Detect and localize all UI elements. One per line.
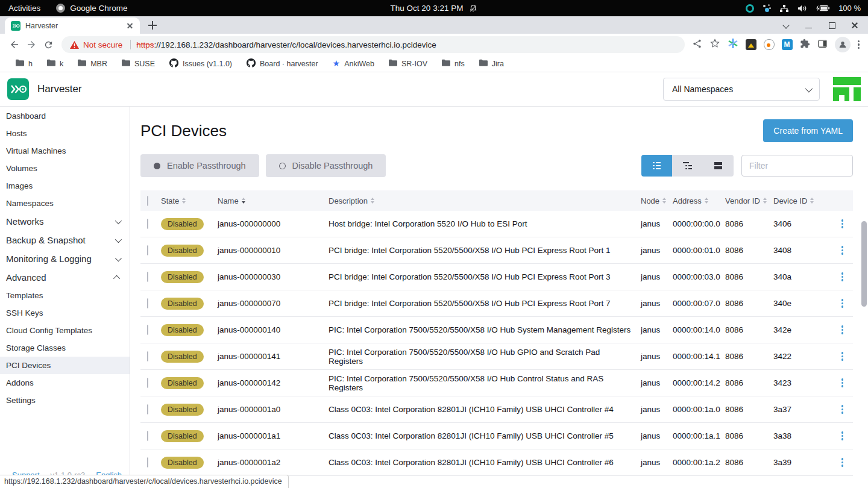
sidebar-item-monitoring-logging[interactable]: Monitoring & Logging [0, 249, 130, 268]
address-bar[interactable]: Not secure https://192.168.1.232/dashboa… [61, 36, 685, 53]
sidebar-item-volumes[interactable]: Volumes [0, 160, 130, 177]
chrome-menu-icon[interactable] [858, 39, 860, 50]
row-checkbox[interactable] [147, 325, 148, 335]
extension-sparkle-icon[interactable] [728, 38, 738, 51]
profile-avatar[interactable] [835, 37, 851, 52]
device-node: janus [641, 431, 673, 440]
browser-tab-harvester[interactable]: Harvester [5, 17, 140, 34]
column-header-state[interactable]: State [161, 196, 218, 205]
wired-network-icon[interactable] [779, 4, 789, 13]
row-checkbox[interactable] [147, 404, 148, 414]
battery-percentage[interactable]: 100 % [838, 4, 861, 13]
bookmark-sr-iov[interactable]: SR-IOV [389, 59, 427, 68]
row-actions-menu-icon[interactable] [839, 323, 846, 337]
sidebar-item-images[interactable]: Images [0, 177, 130, 195]
bookmark-mbr[interactable]: MBR [78, 59, 107, 68]
sidebar-item-templates[interactable]: Templates [0, 287, 130, 304]
row-checkbox[interactable] [147, 378, 148, 388]
sidebar-item-virtual-machines[interactable]: Virtual Machines [0, 142, 130, 160]
row-actions-menu-icon[interactable] [839, 402, 846, 416]
bookmark-nfs[interactable]: nfs [442, 59, 465, 68]
tab-search-chevron-icon[interactable] [781, 20, 791, 30]
forward-button[interactable] [23, 36, 40, 53]
row-checkbox[interactable] [147, 351, 148, 361]
reload-button[interactable] [40, 36, 57, 53]
bookmark-h[interactable]: h [16, 59, 33, 68]
namespace-selector[interactable]: All Namespaces [663, 78, 820, 101]
bookmark-suse[interactable]: SUSE [122, 59, 155, 68]
battery-charging-icon[interactable] [816, 4, 830, 12]
sidebar-item-cloud-config-templates[interactable]: Cloud Config Templates [0, 322, 130, 339]
disable-passthrough-button[interactable]: Disable Passthrough [266, 154, 386, 177]
row-checkbox[interactable] [147, 457, 148, 468]
url-scheme: https [136, 40, 154, 49]
extension-m-icon[interactable]: M [782, 39, 793, 50]
select-all-checkbox[interactable] [147, 196, 148, 206]
activities-button[interactable]: Activities [8, 4, 40, 13]
not-secure-label[interactable]: Not secure [83, 40, 122, 49]
compact-view-button[interactable] [703, 155, 734, 177]
extensions-puzzle-icon[interactable] [800, 39, 810, 51]
sidebar-item-namespaces[interactable]: Namespaces [0, 195, 130, 212]
filter-input[interactable] [741, 155, 853, 177]
row-checkbox[interactable] [147, 431, 148, 441]
grouped-view-button[interactable] [672, 155, 703, 177]
window-maximize-button[interactable] [827, 20, 837, 30]
focused-app-indicator[interactable]: Google Chrome [56, 4, 127, 13]
row-actions-menu-icon[interactable] [839, 296, 846, 310]
bookmark-k[interactable]: k [47, 59, 63, 68]
row-checkbox[interactable] [147, 219, 148, 229]
status-ring-icon[interactable] [746, 4, 754, 13]
sidebar-item-settings[interactable]: Settings [0, 392, 130, 409]
list-view-button[interactable] [641, 155, 672, 177]
column-header-name[interactable]: Name [218, 196, 329, 205]
create-from-yaml-button[interactable]: Create from YAML [763, 119, 853, 142]
bookmark-star-icon[interactable] [709, 38, 720, 51]
sidebar-item-advanced[interactable]: Advanced [0, 268, 130, 287]
folder-icon [16, 59, 24, 68]
suse-logo[interactable] [833, 77, 861, 101]
window-close-button[interactable] [850, 20, 860, 30]
bookmark-board-harvester[interactable]: Board · harvester [247, 58, 318, 69]
column-header-device-id[interactable]: Device ID [773, 196, 828, 205]
sidebar-item-dashboard[interactable]: Dashboard [0, 107, 130, 125]
column-header-description[interactable]: Description [329, 196, 641, 205]
weather-applet-icon[interactable] [763, 4, 771, 13]
volume-icon[interactable] [797, 4, 807, 13]
bookmark-ankiweb[interactable]: ★ AnkiWeb [333, 59, 374, 68]
column-header-node[interactable]: Node [641, 196, 673, 205]
sidebar-item-networks[interactable]: Networks [0, 212, 130, 231]
row-actions-menu-icon[interactable] [839, 376, 846, 390]
row-actions-menu-icon[interactable] [839, 243, 846, 257]
side-panel-icon[interactable] [817, 39, 828, 51]
extension-recorder-icon[interactable] [764, 39, 775, 50]
sidebar-item-pci-devices[interactable]: PCI Devices [0, 357, 130, 374]
sidebar-item-hosts[interactable]: Hosts [0, 125, 130, 142]
harvester-brand[interactable]: Harvester [7, 78, 82, 100]
row-checkbox[interactable] [147, 272, 148, 282]
bookmark-jira[interactable]: Jira [479, 59, 504, 68]
bookmark-issues-v1-1-0-[interactable]: Issues (v1.1.0) [169, 58, 232, 69]
row-actions-menu-icon[interactable] [839, 349, 846, 363]
row-checkbox[interactable] [147, 245, 148, 255]
column-header-address[interactable]: Address [673, 196, 725, 205]
window-minimize-button[interactable] [804, 20, 814, 30]
row-actions-menu-icon[interactable] [839, 270, 846, 284]
row-checkbox[interactable] [147, 298, 148, 308]
clock[interactable]: Thu Oct 20 3:21 PM [391, 4, 464, 13]
sidebar-item-addons[interactable]: Addons [0, 374, 130, 392]
enable-passthrough-button[interactable]: Enable Passthrough [140, 154, 259, 177]
share-icon[interactable] [692, 39, 702, 51]
tab-close-icon[interactable] [125, 21, 135, 31]
row-actions-menu-icon[interactable] [839, 429, 846, 443]
row-actions-menu-icon[interactable] [839, 217, 846, 231]
sidebar-item-backup-snapshot[interactable]: Backup & Snapshot [0, 231, 130, 249]
sidebar-item-ssh-keys[interactable]: SSH Keys [0, 304, 130, 322]
sidebar-item-storage-classes[interactable]: Storage Classes [0, 339, 130, 357]
new-tab-button[interactable] [145, 17, 160, 33]
column-header-vendor-id[interactable]: Vendor ID [725, 196, 773, 205]
extension-mountain-icon[interactable] [746, 39, 756, 50]
back-button[interactable] [6, 36, 23, 53]
page-scrollbar[interactable] [861, 221, 867, 307]
row-actions-menu-icon[interactable] [839, 455, 846, 469]
